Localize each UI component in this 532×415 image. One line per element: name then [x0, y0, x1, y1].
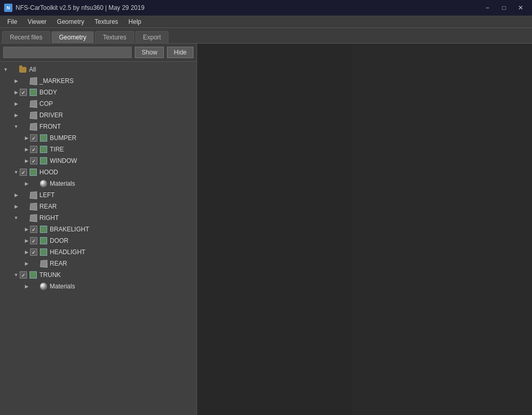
tree-item-left[interactable]: LEFT	[0, 189, 197, 201]
cube-checked-icon-tire	[40, 146, 47, 153]
tree-label-right: RIGHT	[39, 214, 59, 222]
tree-item-cop[interactable]: COP	[0, 98, 197, 109]
chevron-bumper[interactable]	[23, 134, 30, 142]
menu-geometry[interactable]: Geometry	[52, 17, 90, 26]
chevron-front[interactable]	[12, 123, 20, 130]
tree-label-hood: HOOD	[39, 169, 58, 176]
tree-label-front: FRONT	[39, 123, 61, 130]
checkbox-door[interactable]	[30, 237, 37, 244]
menu-file[interactable]: File	[2, 17, 22, 26]
minimize-button[interactable]: −	[480, 3, 495, 13]
cube-checked-icon-door	[40, 237, 47, 244]
cube-checked-icon-trunk	[30, 271, 37, 279]
chevron-door[interactable]	[23, 237, 30, 244]
tree-label-body: BODY	[39, 89, 57, 96]
tree-item-hood[interactable]: HOOD	[0, 167, 197, 178]
chevron-all[interactable]	[2, 66, 9, 73]
chevron-trunk-materials[interactable]	[23, 283, 30, 290]
tab-export[interactable]: Export	[135, 31, 169, 43]
hide-button[interactable]: Hide	[167, 47, 193, 58]
tree-label-brakelight: BRAKELIGHT	[50, 226, 89, 233]
tree-item-window[interactable]: WINDOW	[0, 155, 197, 167]
cube-checked-icon-bumper	[40, 134, 47, 142]
cube-icon-rear	[30, 203, 37, 211]
tree-label-door: DOOR	[50, 237, 68, 244]
tree-item-hood-materials[interactable]: Materials	[0, 178, 197, 189]
checkbox-body[interactable]	[20, 89, 27, 96]
title-text: NFS-CarToolkit v2.5 by nfsu360 | May 29 …	[16, 4, 480, 11]
search-input[interactable]	[3, 47, 132, 58]
tree-item-brakelight[interactable]: BRAKELIGHT	[0, 224, 197, 235]
chevron-tire[interactable]	[23, 146, 30, 153]
menu-viewer[interactable]: Viewer	[22, 17, 51, 26]
tree-item-driver[interactable]: DRIVER	[0, 109, 197, 121]
checkbox-bumper[interactable]	[30, 134, 37, 142]
menubar: FileViewerGeometryTexturesHelp	[0, 16, 532, 28]
close-button[interactable]: ✕	[513, 3, 528, 13]
cube-icon-front	[30, 123, 37, 131]
checkbox-trunk[interactable]	[20, 271, 27, 279]
show-button[interactable]: Show	[135, 47, 164, 58]
cube-checked-icon-window	[40, 157, 47, 164]
tree-item-headlight[interactable]: HEADLIGHT	[0, 246, 197, 258]
tree-item-door[interactable]: DOOR	[0, 235, 197, 246]
cube-checked-icon-headlight	[40, 248, 47, 256]
tree-label-trunk: TRUNK	[39, 271, 61, 279]
tree-item-bumper[interactable]: BUMPER	[0, 132, 197, 144]
chevron-headlight[interactable]	[23, 248, 30, 256]
tree-item-right-rear[interactable]: REAR	[0, 258, 197, 269]
chevron-trunk[interactable]	[12, 271, 20, 279]
menu-textures[interactable]: Textures	[90, 17, 123, 26]
tree-label-driver: DRIVER	[39, 112, 63, 119]
cube-checked-icon-hood	[30, 169, 37, 176]
svg-rect-0	[197, 44, 353, 415]
chevron-hood-materials[interactable]	[23, 180, 30, 187]
cube-icon-cop	[30, 100, 37, 108]
tree-item-trunk-materials[interactable]: Materials	[0, 281, 197, 292]
viewport-grid: POLICE RPD	[197, 44, 353, 415]
tree-item-trunk[interactable]: TRUNK	[0, 269, 197, 281]
tree-label-all: All	[29, 66, 36, 73]
chevron-brakelight[interactable]	[23, 226, 30, 233]
cube-icon-markers	[30, 77, 37, 85]
tree-item-front[interactable]: FRONT	[0, 121, 197, 132]
chevron-body[interactable]	[12, 89, 20, 96]
chevron-window[interactable]	[23, 157, 30, 164]
tree-label-rear: REAR	[39, 203, 57, 210]
chevron-driver[interactable]	[12, 112, 20, 119]
cube-checked-icon-body	[30, 89, 37, 96]
chevron-hood[interactable]	[12, 169, 20, 176]
chevron-left[interactable]	[12, 191, 20, 199]
folder-icon-all	[19, 67, 26, 73]
checkbox-window[interactable]	[30, 157, 37, 164]
tree-item-all[interactable]: All	[0, 64, 197, 75]
tree-label-window: WINDOW	[50, 157, 77, 164]
chevron-right[interactable]	[12, 214, 20, 222]
checkbox-tire[interactable]	[30, 146, 37, 153]
app-icon: N	[4, 4, 12, 12]
chevron-right-rear[interactable]	[23, 260, 30, 267]
tree-label-bumper: BUMPER	[50, 134, 76, 142]
tree-label-trunk-materials: Materials	[50, 283, 75, 290]
checkbox-hood[interactable]	[20, 169, 27, 176]
menu-help[interactable]: Help	[123, 17, 147, 26]
tab-recent-files[interactable]: Recent files	[2, 31, 50, 43]
chevron-rear[interactable]	[12, 203, 20, 210]
tree-item-tire[interactable]: TIRE	[0, 144, 197, 155]
tree-item-right[interactable]: RIGHT	[0, 212, 197, 224]
tree-item-body[interactable]: BODY	[0, 87, 197, 98]
checkbox-headlight[interactable]	[30, 248, 37, 256]
tabbar: Recent filesGeometryTexturesExport	[0, 28, 532, 44]
tab-geometry[interactable]: Geometry	[51, 31, 94, 43]
tree-item-rear[interactable]: REAR	[0, 201, 197, 212]
checkbox-brakelight[interactable]	[30, 226, 37, 233]
maximize-button[interactable]: □	[497, 3, 511, 13]
tab-textures[interactable]: Textures	[95, 31, 134, 43]
tree-label-headlight: HEADLIGHT	[50, 248, 86, 256]
chevron-cop[interactable]	[12, 100, 20, 107]
viewport[interactable]: POLICE RPD	[197, 44, 532, 415]
chevron-markers[interactable]	[12, 77, 20, 85]
cube-icon-right	[30, 214, 37, 222]
tree-item-markers[interactable]: _MARKERS	[0, 75, 197, 87]
sphere-icon-trunk-materials	[40, 283, 47, 290]
